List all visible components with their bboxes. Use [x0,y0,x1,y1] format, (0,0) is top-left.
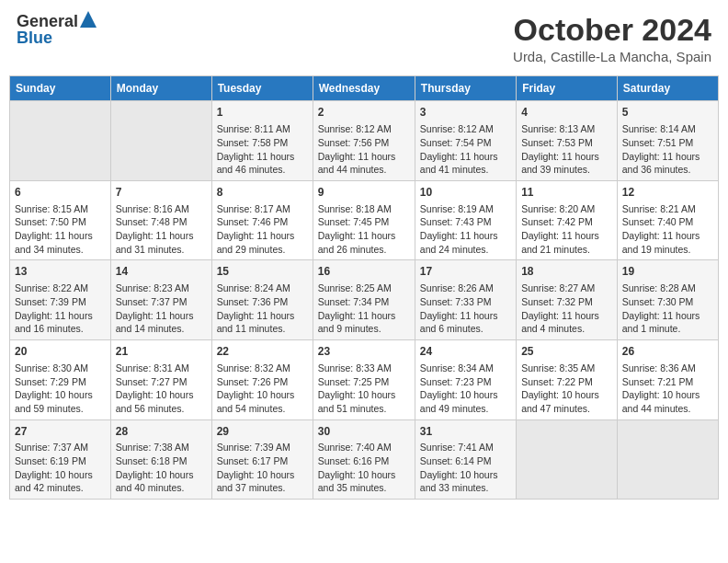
day-number: 16 [318,264,410,280]
calendar-header-sunday: Sunday [10,76,111,101]
day-number: 7 [116,185,207,201]
day-info: Sunrise: 7:40 AM Sunset: 6:16 PM Dayligh… [318,441,410,495]
day-info: Sunrise: 8:23 AM Sunset: 7:37 PM Dayligh… [116,282,207,336]
calendar-body: 1Sunrise: 8:11 AM Sunset: 7:58 PM Daylig… [10,101,719,500]
day-number: 24 [420,344,511,360]
day-info: Sunrise: 7:41 AM Sunset: 6:14 PM Dayligh… [420,441,511,495]
calendar-cell [517,419,618,500]
calendar-cell: 9Sunrise: 8:18 AM Sunset: 7:45 PM Daylig… [313,180,415,260]
calendar-cell: 5Sunrise: 8:14 AM Sunset: 7:51 PM Daylig… [617,101,718,181]
calendar-cell: 11Sunrise: 8:20 AM Sunset: 7:42 PM Dayli… [517,180,618,260]
calendar-cell: 13Sunrise: 8:22 AM Sunset: 7:39 PM Dayli… [10,260,111,340]
calendar-header-saturday: Saturday [617,76,718,101]
logo-blue-text: Blue [17,29,97,46]
day-number: 15 [217,264,308,280]
calendar-cell: 1Sunrise: 8:11 AM Sunset: 7:58 PM Daylig… [211,101,313,181]
calendar-header-wednesday: Wednesday [313,76,415,101]
day-info: Sunrise: 8:17 AM Sunset: 7:46 PM Dayligh… [217,202,308,257]
day-info: Sunrise: 8:27 AM Sunset: 7:32 PM Dayligh… [521,282,612,336]
day-number: 31 [420,424,511,440]
location-title: Urda, Castille-La Mancha, Spain [513,49,711,64]
calendar-week-row: 13Sunrise: 8:22 AM Sunset: 7:39 PM Dayli… [10,260,719,340]
calendar-cell: 16Sunrise: 8:25 AM Sunset: 7:34 PM Dayli… [313,260,415,340]
calendar-cell: 24Sunrise: 8:34 AM Sunset: 7:23 PM Dayli… [415,340,516,420]
logo-general-text: General [17,13,78,29]
calendar-cell: 14Sunrise: 8:23 AM Sunset: 7:37 PM Dayli… [110,260,211,340]
day-number: 6 [15,185,106,201]
day-number: 17 [420,264,511,280]
logo: General Blue [17,13,97,46]
day-number: 21 [116,344,207,360]
calendar-cell: 12Sunrise: 8:21 AM Sunset: 7:40 PM Dayli… [617,180,718,260]
day-info: Sunrise: 8:36 AM Sunset: 7:21 PM Dayligh… [622,362,713,416]
day-number: 11 [521,185,612,201]
day-info: Sunrise: 8:19 AM Sunset: 7:43 PM Dayligh… [420,202,511,257]
calendar-cell: 22Sunrise: 8:32 AM Sunset: 7:26 PM Dayli… [211,340,313,420]
calendar-header-friday: Friday [517,76,618,101]
logo-triangle-icon [80,11,97,28]
day-number: 23 [318,344,410,360]
day-number: 1 [217,105,308,121]
calendar-cell: 3Sunrise: 8:12 AM Sunset: 7:54 PM Daylig… [415,101,516,181]
calendar-week-row: 27Sunrise: 7:37 AM Sunset: 6:19 PM Dayli… [10,419,719,500]
calendar-cell [617,419,718,500]
day-number: 28 [116,424,207,440]
svg-marker-0 [80,11,97,28]
calendar-cell [10,101,111,181]
calendar-cell: 25Sunrise: 8:35 AM Sunset: 7:22 PM Dayli… [517,340,618,420]
day-info: Sunrise: 8:11 AM Sunset: 7:58 PM Dayligh… [217,122,308,177]
calendar-cell: 19Sunrise: 8:28 AM Sunset: 7:30 PM Dayli… [617,260,718,340]
calendar-header-tuesday: Tuesday [211,76,313,101]
calendar-cell: 28Sunrise: 7:38 AM Sunset: 6:18 PM Dayli… [110,419,211,500]
calendar-cell: 23Sunrise: 8:33 AM Sunset: 7:25 PM Dayli… [313,340,415,420]
day-info: Sunrise: 8:18 AM Sunset: 7:45 PM Dayligh… [318,202,410,257]
calendar-cell: 30Sunrise: 7:40 AM Sunset: 6:16 PM Dayli… [313,419,415,500]
day-number: 9 [318,185,410,201]
day-number: 8 [217,185,308,201]
day-info: Sunrise: 8:12 AM Sunset: 7:56 PM Dayligh… [318,122,410,177]
day-number: 26 [622,344,713,360]
day-info: Sunrise: 8:30 AM Sunset: 7:29 PM Dayligh… [15,362,106,416]
day-number: 2 [318,105,410,121]
day-info: Sunrise: 8:20 AM Sunset: 7:42 PM Dayligh… [521,202,612,257]
calendar-cell: 2Sunrise: 8:12 AM Sunset: 7:56 PM Daylig… [313,101,415,181]
calendar-cell: 6Sunrise: 8:15 AM Sunset: 7:50 PM Daylig… [10,180,111,260]
calendar-cell: 20Sunrise: 8:30 AM Sunset: 7:29 PM Dayli… [10,340,111,420]
day-number: 4 [521,105,612,121]
day-info: Sunrise: 8:13 AM Sunset: 7:53 PM Dayligh… [521,122,612,177]
day-number: 27 [15,424,106,440]
calendar-cell: 17Sunrise: 8:26 AM Sunset: 7:33 PM Dayli… [415,260,516,340]
calendar-header-monday: Monday [110,76,211,101]
calendar-header-thursday: Thursday [415,76,516,101]
day-number: 25 [521,344,612,360]
day-info: Sunrise: 8:15 AM Sunset: 7:50 PM Dayligh… [15,202,106,257]
day-info: Sunrise: 7:37 AM Sunset: 6:19 PM Dayligh… [15,441,106,495]
day-info: Sunrise: 8:28 AM Sunset: 7:30 PM Dayligh… [622,282,713,336]
day-info: Sunrise: 8:14 AM Sunset: 7:51 PM Dayligh… [622,122,713,177]
day-number: 13 [15,264,106,280]
day-info: Sunrise: 8:24 AM Sunset: 7:36 PM Dayligh… [217,282,308,336]
day-info: Sunrise: 8:22 AM Sunset: 7:39 PM Dayligh… [15,282,106,336]
day-info: Sunrise: 8:35 AM Sunset: 7:22 PM Dayligh… [521,362,612,416]
day-number: 18 [521,264,612,280]
calendar-cell: 4Sunrise: 8:13 AM Sunset: 7:53 PM Daylig… [517,101,618,181]
day-info: Sunrise: 7:38 AM Sunset: 6:18 PM Dayligh… [116,441,207,495]
day-number: 29 [217,424,308,440]
calendar-table: SundayMondayTuesdayWednesdayThursdayFrid… [9,75,719,500]
calendar-week-row: 1Sunrise: 8:11 AM Sunset: 7:58 PM Daylig… [10,101,719,181]
day-number: 12 [622,185,713,201]
month-title: October 2024 [513,13,711,47]
day-info: Sunrise: 7:39 AM Sunset: 6:17 PM Dayligh… [217,441,308,495]
day-number: 30 [318,424,410,440]
day-number: 10 [420,185,511,201]
day-info: Sunrise: 8:25 AM Sunset: 7:34 PM Dayligh… [318,282,410,336]
calendar-cell: 29Sunrise: 7:39 AM Sunset: 6:17 PM Dayli… [211,419,313,500]
day-number: 3 [420,105,511,121]
day-info: Sunrise: 8:34 AM Sunset: 7:23 PM Dayligh… [420,362,511,416]
calendar-cell: 27Sunrise: 7:37 AM Sunset: 6:19 PM Dayli… [10,419,111,500]
day-number: 20 [15,344,106,360]
calendar-cell: 31Sunrise: 7:41 AM Sunset: 6:14 PM Dayli… [415,419,516,500]
calendar-header-row: SundayMondayTuesdayWednesdayThursdayFrid… [10,76,719,101]
day-number: 19 [622,264,713,280]
calendar-week-row: 20Sunrise: 8:30 AM Sunset: 7:29 PM Dayli… [10,340,719,420]
